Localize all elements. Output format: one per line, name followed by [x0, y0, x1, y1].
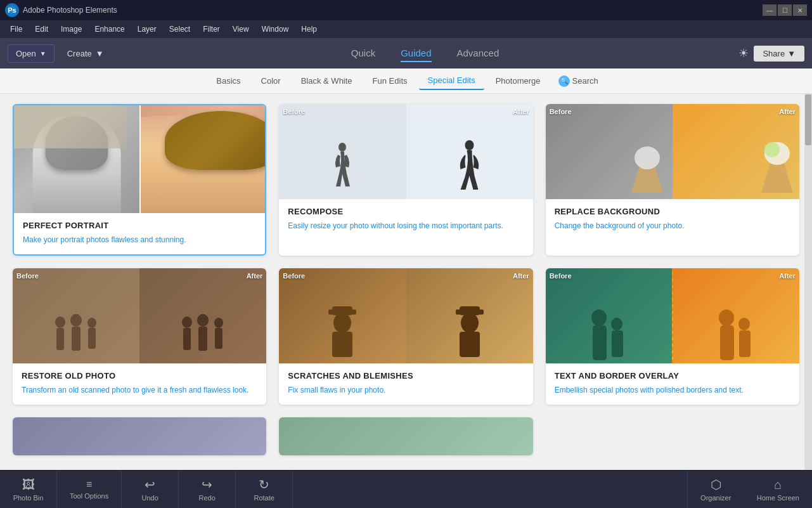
- svg-rect-30: [720, 325, 734, 360]
- search-label: Search: [572, 76, 598, 86]
- card-title-portrait: PERFECT PORTRAIT: [23, 221, 256, 230]
- text-after: After: [672, 268, 799, 363]
- svg-rect-16: [215, 328, 222, 349]
- menu-bar: File Edit Image Enhance Layer Select Fil…: [0, 20, 812, 38]
- sub-nav: Basics Color Black & White Fun Edits Spe…: [0, 68, 812, 94]
- subnav-special-edits[interactable]: Special Edits: [419, 72, 484, 90]
- close-button[interactable]: ✕: [793, 4, 807, 16]
- menu-enhance[interactable]: Enhance: [89, 22, 129, 36]
- redo-label: Redo: [199, 494, 216, 502]
- open-arrow-icon: ▼: [40, 50, 46, 57]
- svg-rect-24: [460, 332, 480, 357]
- title-bar: Ps Adobe Photoshop Elements — ☐ ✕: [0, 0, 812, 20]
- subnav-bw[interactable]: Black & White: [292, 72, 361, 89]
- scrollbar[interactable]: [804, 94, 812, 470]
- toolbar-tabs: Quick Guided Advanced: [112, 45, 739, 62]
- svg-point-9: [87, 318, 96, 328]
- card-replace-background[interactable]: Before After: [546, 104, 799, 256]
- menu-edit[interactable]: Edit: [30, 22, 53, 36]
- card-title-replace: REPLACE BACKGROUND: [555, 207, 790, 216]
- card-body-recompose: RECOMPOSE Easily resize your photo witho…: [279, 199, 532, 240]
- brightness-icon[interactable]: ☀: [738, 46, 749, 60]
- scratches-after-label: After: [513, 272, 529, 280]
- bottom-rotate[interactable]: ↻ Rotate: [236, 471, 293, 508]
- search-icon: 🔍: [558, 75, 570, 87]
- menu-select[interactable]: Select: [164, 22, 195, 36]
- share-button[interactable]: Share ▼: [754, 46, 804, 62]
- card-recompose[interactable]: Before After: [279, 104, 532, 256]
- person-with-hat-before: [279, 306, 406, 363]
- scratches-before-label: Before: [283, 272, 305, 280]
- restore-before: Before: [13, 268, 139, 363]
- tab-advanced[interactable]: Advanced: [457, 45, 499, 62]
- organizer-icon: ⬡: [711, 477, 721, 492]
- subnav-basics[interactable]: Basics: [207, 72, 249, 89]
- card-text-border-overlay[interactable]: Before After: [546, 268, 799, 405]
- menu-file[interactable]: File: [5, 22, 27, 36]
- recompose-after-label: After: [513, 108, 529, 115]
- restore-after-label: After: [247, 272, 263, 280]
- restore-before-label: Before: [16, 272, 39, 280]
- bottom-redo[interactable]: ↪ Redo: [179, 471, 236, 508]
- card-image-scratches: Before After: [279, 268, 532, 363]
- card-image-text: Before After: [546, 268, 799, 363]
- card-scratches-blemishes[interactable]: Before After: [279, 268, 532, 405]
- window-controls[interactable]: — ☐ ✕: [763, 4, 807, 16]
- subnav-photomerge[interactable]: Photomerge: [487, 72, 550, 89]
- bottom-organizer[interactable]: ⬡ Organizer: [687, 471, 744, 508]
- bottom-undo[interactable]: ↩ Undo: [122, 471, 179, 508]
- portrait-image-container: [14, 105, 265, 213]
- card-partial-1[interactable]: [13, 417, 266, 455]
- portrait-after: [139, 105, 265, 213]
- card-desc-portrait: Make your portrait photos flawless and s…: [23, 234, 256, 245]
- minimize-button[interactable]: —: [763, 4, 777, 16]
- app-logo: Ps: [5, 3, 19, 17]
- open-button[interactable]: Open ▼: [8, 44, 55, 63]
- svg-rect-32: [739, 330, 751, 357]
- tab-quick[interactable]: Quick: [351, 45, 375, 62]
- menu-view[interactable]: View: [228, 22, 254, 36]
- portrait-hair-color: [165, 111, 266, 171]
- rotate-icon: ↻: [259, 477, 269, 492]
- app-title: Adobe Photoshop Elements: [23, 6, 117, 15]
- svg-point-5: [55, 316, 65, 328]
- card-image-replace: Before After: [546, 104, 799, 199]
- photo-bin-icon: 🖼: [22, 478, 35, 492]
- runner-before-figure: [333, 142, 352, 186]
- subnav-fun-edits[interactable]: Fun Edits: [364, 72, 416, 89]
- svg-point-29: [719, 309, 734, 326]
- portrait-bg: [14, 105, 127, 148]
- text-before-label: Before: [550, 272, 572, 280]
- menu-image[interactable]: Image: [56, 22, 87, 36]
- subnav-color[interactable]: Color: [252, 72, 290, 89]
- card-title-restore: RESTORE OLD PHOTO: [22, 371, 257, 381]
- svg-point-2: [635, 147, 660, 169]
- maximize-button[interactable]: ☐: [778, 4, 792, 16]
- card-restore-old-photo[interactable]: Before After: [13, 268, 266, 405]
- tab-guided[interactable]: Guided: [401, 45, 431, 62]
- portrait-divider: [139, 105, 141, 213]
- subnav-search[interactable]: 🔍 Search: [552, 73, 605, 89]
- create-button[interactable]: Create ▼: [60, 45, 112, 62]
- menu-help[interactable]: Help: [296, 22, 322, 36]
- menu-layer[interactable]: Layer: [132, 22, 162, 36]
- rotate-label: Rotate: [254, 494, 274, 502]
- card-desc-scratches: Fix small flaws in your photo.: [288, 384, 524, 396]
- card-partial-2[interactable]: [279, 417, 532, 455]
- card-title-scratches: SCRATCHES AND BLEMISHES: [288, 371, 524, 381]
- home-icon: ⌂: [774, 478, 782, 492]
- scrollbar-thumb[interactable]: [805, 94, 811, 145]
- card-desc-recompose: Easily resize your photo without losing …: [288, 220, 524, 231]
- card-body-portrait: PERFECT PORTRAIT Make your portrait phot…: [14, 213, 265, 254]
- bottom-photo-bin[interactable]: 🖼 Photo Bin: [0, 471, 57, 508]
- menu-window[interactable]: Window: [257, 22, 294, 36]
- card-perfect-portrait[interactable]: PERFECT PORTRAIT Make your portrait phot…: [13, 104, 266, 256]
- bottom-tool-options[interactable]: ≡ Tool Options: [57, 471, 122, 508]
- card-desc-replace: Change the background of your photo.: [555, 220, 790, 231]
- svg-point-1: [465, 140, 474, 150]
- text-after-label: After: [779, 272, 796, 280]
- recompose-before-label: Before: [283, 108, 305, 115]
- bottom-home-screen[interactable]: ⌂ Home Screen: [744, 471, 812, 508]
- restore-after-people: [139, 313, 266, 363]
- menu-filter[interactable]: Filter: [198, 22, 225, 36]
